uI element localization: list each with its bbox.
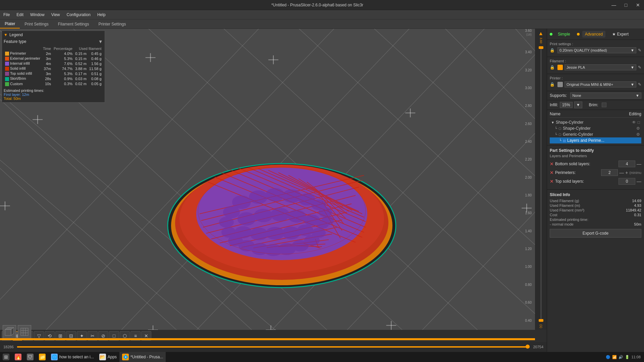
generic-shape-icon: ⬡ xyxy=(558,133,561,136)
bottom-slider[interactable] xyxy=(17,346,530,348)
taskbar-prusaslicer-btn[interactable]: 💠 *Untitled - Prusa... xyxy=(119,352,166,362)
menu-file[interactable]: File xyxy=(0,11,13,18)
taskbar-security-btn[interactable]: 🛡 xyxy=(24,352,36,362)
printer-section: Printer : 🔒 Original Prusa MINI & MINI+ … xyxy=(547,74,644,91)
param-decrement-bottom-solid[interactable]: — xyxy=(637,161,641,167)
tab-advanced[interactable]: Advanced xyxy=(582,31,605,38)
tab-printer-settings[interactable]: Printer Settings xyxy=(94,20,130,28)
feature-type-filter-icon[interactable]: ▼ xyxy=(98,39,103,44)
tab-plater[interactable]: Plater xyxy=(0,20,20,28)
filament-dropdown[interactable]: Jessie PLA ▼ xyxy=(565,64,636,70)
sliced-row-normal-mode: - normal mode 50m xyxy=(550,222,641,226)
view-cube[interactable] xyxy=(3,325,31,339)
export-gcode-button[interactable]: Export G-code xyxy=(550,229,641,238)
tree-editing-col: Editing xyxy=(629,112,641,116)
taskbar-bt-icon: 🔵 xyxy=(606,355,610,359)
param-remove-bottom-solid[interactable]: ✕ xyxy=(550,161,554,167)
menu-window[interactable]: Window xyxy=(27,11,48,18)
slider-track[interactable] xyxy=(540,46,542,322)
sliced-row-filament-mm3: Used Filament (mm³) 11849.42 xyxy=(550,208,641,212)
infill-dropdown-btn[interactable]: ▼ xyxy=(574,102,582,108)
total-time: Total: 50m xyxy=(4,97,103,101)
tree-item-shape-cylinder-child[interactable]: └ ⬡ Shape-Cylinder ⚙ xyxy=(550,125,641,131)
scale-mark: 2.80 xyxy=(517,104,533,108)
maximize-button[interactable]: □ xyxy=(620,0,632,10)
layer-progress-fill xyxy=(0,338,535,340)
eye-icon[interactable]: 👁 xyxy=(632,120,636,125)
cube-3d-view[interactable] xyxy=(3,325,16,339)
sliced-key-filament-g: Used Filament (g) xyxy=(550,199,579,203)
slider-thumb-bottom[interactable] xyxy=(539,319,543,322)
bottom-slider-handle[interactable] xyxy=(526,345,530,349)
tree-item-shape-cylinder-root[interactable]: ▼ Shape-Cylinder 👁 □ xyxy=(550,119,641,125)
start-icon: ⊞ xyxy=(3,354,9,360)
taskbar-apps-btn[interactable]: 📂 Apps xyxy=(97,352,119,362)
estimated-times: Estimated printing times: First layer: 1… xyxy=(4,88,103,101)
param-decrement-top-solid[interactable]: — xyxy=(637,179,641,184)
tab-expert[interactable]: ★ Expert xyxy=(609,31,631,38)
printer-color-swatch xyxy=(557,82,563,87)
menu-edit[interactable]: Edit xyxy=(13,11,27,18)
menu-configuration[interactable]: Configuration xyxy=(63,11,94,18)
prusaslicer-icon: 💠 xyxy=(122,354,129,360)
tab-simple[interactable]: Simple xyxy=(555,31,573,38)
param-decrement-perimeters[interactable]: — xyxy=(619,170,624,175)
model-3d xyxy=(164,115,382,283)
print-settings-label: Print settings : xyxy=(550,42,641,46)
param-increment-perimeters[interactable]: + xyxy=(625,170,628,175)
printer-edit-icon[interactable]: ✎ xyxy=(638,82,641,87)
cube-flat-view[interactable] xyxy=(18,325,31,339)
taskbar-files-btn[interactable]: 📁 xyxy=(36,352,48,362)
layer-progress-bar[interactable] xyxy=(0,338,535,340)
tree-settings-icon-2[interactable]: ⚙ xyxy=(636,126,640,131)
tree-leaf-icon: └ xyxy=(559,139,561,142)
menu-view[interactable]: View xyxy=(48,11,63,18)
close-button[interactable]: ✕ xyxy=(632,0,644,10)
param-remove-top-solid[interactable]: ✕ xyxy=(550,179,554,184)
supports-dropdown[interactable]: None ▼ xyxy=(570,93,641,99)
taskbar: ⊞ 🔥 🛡 📁 🌐 how to select an i... 📂 Apps 💠… xyxy=(0,352,644,362)
infill-row: Infill: 15% ▼ xyxy=(550,102,582,108)
taskbar-start-btn[interactable]: ⊞ xyxy=(0,352,12,362)
tree-edit-icon-1[interactable]: □ xyxy=(638,120,640,125)
print-settings-dropdown[interactable]: 0.20mm QUALITY (modified) ▼ xyxy=(557,47,636,53)
brim-checkbox[interactable] xyxy=(602,103,606,107)
filament-edit-icon[interactable]: ✎ xyxy=(638,65,641,70)
scale-mark: 0.60 xyxy=(517,301,533,304)
slider-thumb-top[interactable] xyxy=(539,46,543,49)
menu-help[interactable]: Help xyxy=(94,11,109,18)
svg-point-101 xyxy=(297,225,313,236)
scale-mark: 3.00 xyxy=(517,86,533,90)
dot-simple xyxy=(550,33,552,36)
first-layer-time: First layer: 12m xyxy=(4,93,103,97)
svg-point-75 xyxy=(282,189,301,203)
svg-point-90 xyxy=(312,228,326,238)
minimize-button[interactable]: — xyxy=(608,0,620,10)
legend-row-skirt: Skirt/Brim 28s0.9%0.03 m0.08 g xyxy=(4,76,103,81)
tree-item-label: Layers and Perime... xyxy=(567,138,604,143)
scale-mark: 1.40 xyxy=(517,229,533,233)
taskbar-battery-icon: 🔋 xyxy=(625,355,630,359)
layer-slider[interactable]: ▲ 3.60 (1) ▼ ⚙ xyxy=(535,29,547,340)
tree-item-layers-perimeters[interactable]: └ ▤ Layers and Perime... xyxy=(550,137,641,143)
taskbar-browser-btn[interactable]: 🌐 how to select an i... xyxy=(48,352,97,362)
printer-dropdown[interactable]: Original Prusa MINI & MINI+ ▼ xyxy=(565,81,636,87)
main-area: 3.60(18) 3.40 3.20 3.00 2.80 2.60 2.40 2… xyxy=(0,29,644,352)
legend-col-pct: Percentage xyxy=(52,46,74,51)
tree-item-generic-cylinder[interactable]: └ ⬡ Generic-Cylinder ⚙ xyxy=(550,131,641,137)
svg-point-99 xyxy=(266,227,284,240)
slider-up-arrow[interactable]: ▲ xyxy=(538,31,544,37)
legend-col-name xyxy=(4,46,42,51)
tree-settings-icon-3[interactable]: ⚙ xyxy=(636,132,640,137)
param-remove-perimeters[interactable]: ✕ xyxy=(550,170,554,175)
tab-print-settings[interactable]: Print Settings xyxy=(20,20,53,28)
svg-point-95 xyxy=(288,210,306,223)
print-settings-edit-icon[interactable]: ✎ xyxy=(638,48,641,53)
sliced-row-filament-m: Used Filament (m) 4.93 xyxy=(550,203,641,207)
taskbar-firefox-btn[interactable]: 🔥 xyxy=(12,352,24,362)
scale-ruler: 3.60(18) 3.40 3.20 3.00 2.80 2.60 2.40 2… xyxy=(517,29,533,340)
viewport-area[interactable]: 3.60(18) 3.40 3.20 3.00 2.80 2.60 2.40 2… xyxy=(0,29,547,352)
tab-filament-settings[interactable]: Filament Settings xyxy=(53,20,94,28)
printer-row: 🔒 Original Prusa MINI & MINI+ ▼ ✎ xyxy=(550,81,641,87)
estimated-times-label: Estimated printing times: xyxy=(4,88,103,93)
